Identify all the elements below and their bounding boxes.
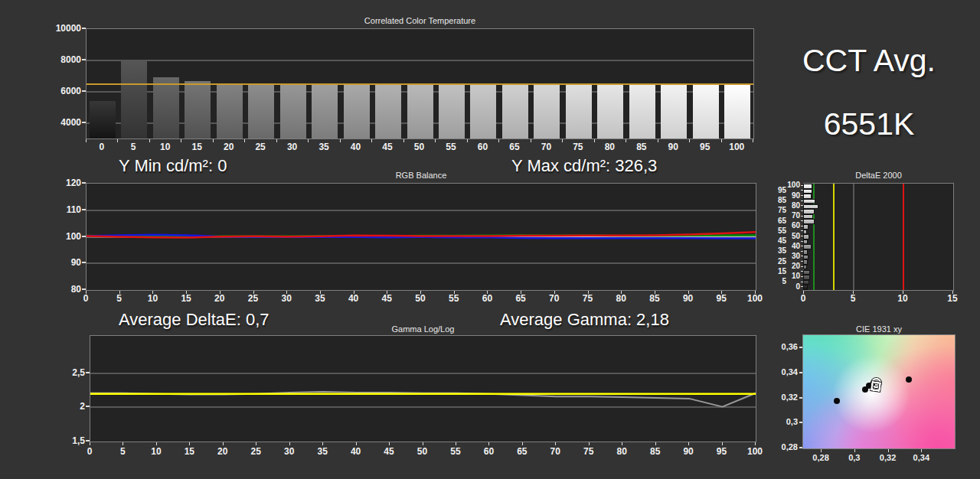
axis-tick-mark xyxy=(308,139,309,142)
cie-y-tick-label: 0,32 xyxy=(770,393,798,402)
axis-tick-mark xyxy=(86,139,87,142)
axis-tick-mark xyxy=(801,266,803,267)
deltae-y-tick-label: 95 xyxy=(771,186,786,194)
cct-bar xyxy=(217,85,243,138)
deltae-y-tick-label: 25 xyxy=(771,257,786,266)
axis-tick-mark xyxy=(799,422,802,423)
axis-tick-mark xyxy=(655,442,656,445)
cct-x-tick-label: 85 xyxy=(630,142,653,152)
axis-tick-mark xyxy=(82,59,86,60)
cie-y-tick-label: 0,28 xyxy=(770,442,798,451)
axis-tick-mark xyxy=(122,442,123,445)
gamma-x-tick-label: 60 xyxy=(477,446,500,457)
axis-tick-mark xyxy=(522,442,523,445)
axis-tick-mark xyxy=(801,205,803,206)
axis-tick-mark xyxy=(322,442,323,445)
axis-tick-mark xyxy=(220,291,220,294)
axis-tick-mark xyxy=(799,447,802,448)
axis-tick-mark xyxy=(189,442,190,445)
cct-x-tick-label: 25 xyxy=(249,142,272,152)
axis-tick-mark xyxy=(801,256,803,256)
cct-y-tick-label: 6000 xyxy=(44,86,81,96)
rgb-x-tick-label: 65 xyxy=(509,293,532,304)
cie-y-tick-label: 0,34 xyxy=(770,367,798,376)
cct-bar xyxy=(312,85,338,138)
rgb-balance-chart-title: RGB Balance xyxy=(86,171,756,180)
gamma-x-tick-label: 75 xyxy=(577,446,600,457)
rgb-x-tick-label: 55 xyxy=(443,293,466,304)
rgb-y-tick-label: 90 xyxy=(44,257,81,268)
axis-tick-mark xyxy=(801,190,803,191)
gamma-y-tick-label: 1,5 xyxy=(48,435,85,446)
axis-tick-mark xyxy=(276,139,277,142)
cct-x-tick-label: 100 xyxy=(725,142,748,152)
cct-bar xyxy=(375,85,401,138)
axis-tick-mark xyxy=(722,442,723,445)
rgb-x-tick-label: 20 xyxy=(208,293,231,304)
axis-tick-mark xyxy=(82,288,86,290)
axis-tick-mark xyxy=(801,246,803,246)
cct-x-tick-label: 40 xyxy=(345,142,368,152)
axis-tick-mark xyxy=(801,185,803,186)
deltae-y-tick-label: 85 xyxy=(771,196,786,204)
cct-y-tick-label: 10000 xyxy=(44,23,81,34)
axis-tick-mark xyxy=(801,251,803,252)
calibration-report: Correlated Color Temperature CCT Avg. 65… xyxy=(0,0,980,479)
axis-tick-mark xyxy=(356,442,357,445)
rgb-x-tick-label: 80 xyxy=(609,293,632,304)
axis-tick-mark xyxy=(82,262,86,263)
gamma-y-tick-label: 2 xyxy=(48,401,85,412)
deltae-bar xyxy=(804,285,807,289)
axis-tick-mark xyxy=(117,139,118,142)
cct-y-tick-label: 4000 xyxy=(44,117,81,128)
gamma-y-tick-label: 2,5 xyxy=(48,367,85,378)
cct-x-tick-label: 50 xyxy=(408,142,431,152)
axis-tick-mark xyxy=(562,139,563,142)
deltae-y-tick-label: 55 xyxy=(771,226,786,235)
gamma-x-tick-label: 65 xyxy=(511,446,534,457)
axis-tick-mark xyxy=(688,291,689,294)
axis-tick-mark xyxy=(588,291,589,294)
axis-tick-mark xyxy=(90,442,90,445)
cct-x-tick-label: 80 xyxy=(598,142,621,152)
deltae-x-tick-label: 0 xyxy=(792,293,815,304)
cct-x-tick-label: 15 xyxy=(185,142,208,152)
axis-tick-mark xyxy=(594,139,595,142)
deltae-y-tick-label: 10 xyxy=(785,272,800,280)
cct-bar xyxy=(566,85,592,138)
axis-tick-mark xyxy=(655,291,655,294)
axis-tick-mark xyxy=(903,291,903,294)
cct-x-tick-label: 45 xyxy=(376,142,399,152)
rgb-y-tick-label: 120 xyxy=(44,178,81,188)
rgb-x-tick-label: 90 xyxy=(677,293,700,304)
axis-tick-mark xyxy=(156,442,157,445)
gamma-chart-title: Gamma Log/Log xyxy=(90,324,756,334)
rgb-x-tick-label: 75 xyxy=(577,293,599,304)
axis-tick-mark xyxy=(753,139,753,142)
cct-bar xyxy=(344,85,370,138)
axis-tick-mark xyxy=(244,139,245,142)
cie-chart-title: CIE 1931 xy xyxy=(802,324,956,334)
deltae-y-tick-label: 65 xyxy=(771,217,786,225)
rgb-x-tick-label: 10 xyxy=(141,293,164,304)
axis-tick-mark xyxy=(86,440,90,442)
axis-tick-mark xyxy=(423,442,423,445)
deltae-y-tick-label: 0 xyxy=(785,282,800,291)
gamma-x-tick-label: 70 xyxy=(544,446,567,457)
cie-y-tick-label: 0,36 xyxy=(770,342,798,351)
deltae-bar xyxy=(804,260,807,264)
deltae-y-tick-label: 75 xyxy=(771,206,786,214)
cct-x-tick-label: 90 xyxy=(662,142,684,152)
cct-chart-title: Correlated Color Temperature xyxy=(86,16,754,25)
axis-tick-mark xyxy=(521,291,521,294)
axis-tick-mark xyxy=(186,291,187,294)
cct-x-tick-label: 65 xyxy=(503,142,526,152)
deltae-yellow-threshold-line xyxy=(833,184,835,290)
deltae-bar xyxy=(804,205,818,209)
cct-y-tick-label: 8000 xyxy=(44,54,81,65)
axis-tick-mark xyxy=(801,200,803,201)
cct-bar xyxy=(534,84,560,138)
gamma-x-tick-label: 45 xyxy=(377,446,400,457)
deltae-bar xyxy=(804,250,807,254)
axis-tick-mark xyxy=(721,291,722,294)
